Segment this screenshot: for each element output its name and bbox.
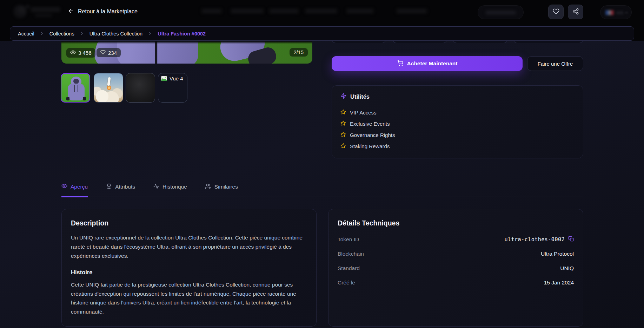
detail-row-created: Créé le 15 Jan 2024 (338, 275, 574, 290)
tab-attributes[interactable]: Attributs (106, 182, 135, 197)
back-link-label: Retour à la Marketplace (78, 8, 138, 15)
utility-item: VIP Access (340, 107, 575, 118)
image-counter-badge: 2/15 (290, 48, 308, 57)
flag-icon (605, 10, 614, 15)
utilities-list: VIP Access Exclusive Events Governance R… (340, 107, 575, 152)
tab-overview[interactable]: Aperçu (61, 182, 88, 197)
thumbnail-2[interactable] (94, 73, 123, 103)
thumbnail-4-broken[interactable]: Vue 4 (158, 73, 187, 103)
header: Retour à la Marketplace (0, 0, 644, 22)
description-text: Un UNIQ rare exceptionnel de la collecti… (71, 233, 303, 261)
chevron-right-icon (40, 31, 44, 36)
cart-icon (397, 60, 403, 67)
details-title: Détails Techniques (338, 219, 574, 227)
details-rows: Token ID ultra-clothes-0002 Blockchain U… (338, 232, 574, 290)
utilities-panel: Utilités VIP Access Exclusive Events Gov… (332, 85, 583, 158)
thumbnail-1-selected[interactable] (61, 73, 90, 103)
make-offer-button[interactable]: Faire une Offre (527, 56, 583, 71)
share-icon (572, 8, 579, 16)
nav-item-blurred[interactable] (270, 9, 298, 13)
description-title: Description (71, 219, 307, 227)
award-icon (106, 183, 112, 191)
buy-now-label: Acheter Maintenant (407, 60, 458, 67)
nav-item-blurred[interactable] (305, 9, 337, 13)
eye-icon (61, 183, 67, 190)
star-icon (340, 109, 346, 116)
activity-icon (153, 183, 159, 191)
copy-icon (568, 236, 574, 243)
make-offer-label: Faire une Offre (538, 61, 573, 67)
nav-item-blurred[interactable] (231, 9, 263, 13)
ultra-logo[interactable] (11, 3, 63, 20)
history-text: Cette UNIQ fait partie de la prestigieus… (71, 280, 307, 317)
views-count: 3 456 (78, 50, 92, 56)
lightning-icon (340, 93, 347, 100)
breadcrumb: Accueil Collections Ultra Clothes Collec… (10, 26, 634, 41)
star-icon (340, 132, 346, 138)
breadcrumb-home[interactable]: Accueil (18, 31, 34, 37)
broken-image-icon (161, 76, 167, 83)
heart-icon (100, 50, 106, 56)
tab-similar[interactable]: Similaires (205, 182, 238, 197)
technical-details-panel: Détails Techniques Token ID ultra-clothe… (328, 209, 583, 327)
thumbnail-4-label: Vue 4 (170, 76, 183, 81)
likes-badge: 234 (97, 48, 121, 57)
buy-now-button[interactable]: Acheter Maintenant (332, 56, 523, 71)
chevron-right-icon (148, 31, 152, 36)
breadcrumb-current: Ultra Fashion #0002 (158, 31, 206, 37)
thumbnail-3[interactable] (126, 73, 155, 103)
nav-item-blurred[interactable] (347, 9, 373, 13)
arrow-left-icon (68, 8, 74, 15)
breadcrumb-collections[interactable]: Collections (49, 31, 74, 37)
language-selector-blurred[interactable] (600, 5, 632, 19)
image-counter: 2/15 (294, 50, 304, 55)
tab-history[interactable]: Historique (153, 182, 187, 197)
heart-icon (553, 8, 559, 16)
utility-item: Staking Rewards (340, 140, 575, 152)
chevron-right-icon (80, 31, 84, 36)
wallet-pill-blurred[interactable] (478, 5, 524, 19)
utility-item: Governance Rights (340, 129, 575, 140)
breadcrumb-collection-name[interactable]: Ultra Clothes Collection (89, 31, 143, 37)
favorite-button[interactable] (548, 5, 564, 19)
star-icon (340, 143, 346, 150)
likes-count: 234 (108, 50, 117, 56)
hoodie-zipper (155, 41, 157, 64)
share-button[interactable] (568, 5, 583, 19)
history-title: Histoire (71, 269, 307, 276)
utilities-title: Utilités (350, 93, 370, 100)
eye-icon (70, 50, 76, 56)
detail-row-standard: Standard UNIQ (338, 261, 574, 275)
back-to-marketplace-link[interactable]: Retour à la Marketplace (68, 8, 138, 15)
chevron-down-icon (625, 12, 628, 14)
nft-detail-page: Retour à la Marketplace Accueil Collecti… (0, 0, 644, 328)
detail-row-blockchain: Blockchain Ultra Protocol (338, 247, 574, 261)
detail-row-token-id: Token ID ultra-clothes-0002 (338, 232, 574, 247)
nav-item-blurred[interactable] (202, 9, 221, 13)
token-id-value: ultra-clothes-0002 (504, 236, 565, 243)
tab-bar: Aperçu Attributs Historique Similaires (61, 182, 583, 197)
views-badge: 3 456 (66, 48, 95, 58)
utility-item: Exclusive Events (340, 118, 575, 129)
description-panel: Description Un UNIQ rare exceptionnel de… (61, 209, 317, 327)
users-icon (205, 183, 211, 191)
nav-item-blurred[interactable] (397, 9, 427, 13)
star-icon (340, 120, 346, 127)
nft-main-image[interactable]: 3 456 234 2/15 (61, 41, 312, 64)
copy-token-id-button[interactable] (568, 236, 574, 243)
